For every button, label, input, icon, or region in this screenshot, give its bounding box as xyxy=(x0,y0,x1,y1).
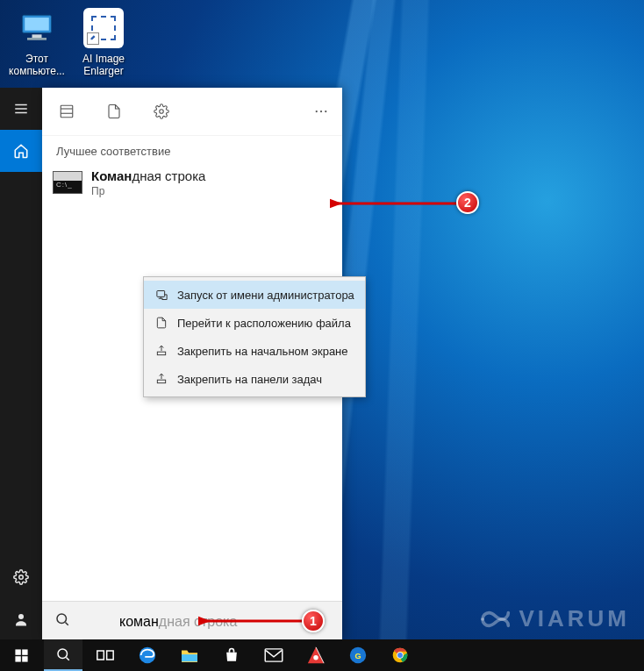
watermark: VIARUM xyxy=(473,605,630,632)
admin-icon xyxy=(154,289,168,302)
svg-rect-29 xyxy=(97,651,104,660)
svg-point-7 xyxy=(19,575,24,580)
home-button[interactable] xyxy=(0,130,42,172)
svg-point-15 xyxy=(325,111,326,112)
svg-rect-33 xyxy=(265,649,283,661)
taskbar: G xyxy=(0,639,644,671)
taskbar-store[interactable] xyxy=(212,639,251,671)
svg-line-28 xyxy=(66,657,68,660)
taskbar-explorer[interactable] xyxy=(170,639,209,671)
svg-point-12 xyxy=(160,110,164,114)
search-input[interactable] xyxy=(81,613,330,629)
taskbar-search-button[interactable] xyxy=(44,639,82,671)
annotation-badge-2: 2 xyxy=(456,191,479,214)
taskbar-chrome[interactable] xyxy=(381,639,419,671)
best-match-header: Лучшее соответствие xyxy=(42,136,342,165)
svg-line-20 xyxy=(65,622,68,625)
search-box[interactable]: командная строка xyxy=(42,601,342,640)
desktop: Этот компьюте... AI Image Enlarger xyxy=(0,0,644,671)
cmd-icon: C:\_ xyxy=(53,171,82,194)
svg-rect-18 xyxy=(157,380,165,383)
search-icon xyxy=(54,611,70,631)
location-icon xyxy=(154,317,168,329)
taskbar-app-a[interactable] xyxy=(297,639,335,671)
more-button[interactable] xyxy=(307,97,335,125)
ctx-open-location[interactable]: Перейти к расположению файла xyxy=(144,309,365,337)
infinity-icon xyxy=(473,607,512,632)
taskbar-edge[interactable] xyxy=(128,639,167,671)
search-panel: Лучшее соответствие C:\_ Командная строк… xyxy=(42,88,342,640)
ctx-pin-start[interactable]: Закрепить на начальном экране xyxy=(144,337,365,365)
pin-start-icon xyxy=(154,345,168,357)
ctx-label: Закрепить на панели задач xyxy=(177,373,322,386)
filter-documents-icon[interactable] xyxy=(100,97,128,125)
task-view-button[interactable] xyxy=(86,639,125,671)
svg-point-8 xyxy=(18,614,24,619)
svg-rect-32 xyxy=(182,654,197,661)
svg-text:G: G xyxy=(354,652,361,660)
pin-taskbar-icon xyxy=(154,373,168,385)
svg-rect-17 xyxy=(157,352,165,355)
svg-rect-24 xyxy=(22,649,27,654)
desktop-icon-label: Этот компьюте... xyxy=(4,53,70,77)
svg-rect-2 xyxy=(32,34,42,38)
svg-rect-30 xyxy=(107,651,114,660)
svg-rect-9 xyxy=(61,105,73,118)
annotation-badge-1: 1 xyxy=(302,610,325,632)
user-button[interactable] xyxy=(0,598,42,640)
svg-rect-16 xyxy=(156,290,164,296)
svg-point-13 xyxy=(316,111,318,112)
ctx-label: Закрепить на начальном экране xyxy=(177,345,348,358)
filter-tabs xyxy=(42,88,342,136)
svg-point-14 xyxy=(320,111,322,112)
settings-button[interactable] xyxy=(0,556,42,598)
ai-enlarger-icon xyxy=(82,7,125,49)
desktop-icon-label: AI Image Enlarger xyxy=(70,53,137,77)
desktop-icon-ai-enlarger[interactable]: AI Image Enlarger xyxy=(70,7,137,77)
taskbar-mail[interactable] xyxy=(254,639,293,671)
svg-rect-1 xyxy=(25,18,49,31)
ctx-label: Перейти к расположению файла xyxy=(177,317,351,330)
ctx-run-as-admin[interactable]: Запуск от имени администратора xyxy=(144,281,365,309)
result-text: Командная строка Пр xyxy=(91,168,205,197)
hamburger-button[interactable] xyxy=(0,88,42,130)
search-result-cmd[interactable]: C:\_ Командная строка Пр xyxy=(42,165,342,197)
this-pc-icon xyxy=(16,7,58,49)
svg-point-39 xyxy=(397,653,403,658)
start-sidebar xyxy=(0,88,42,640)
annotation-arrow-2 xyxy=(330,195,462,212)
svg-rect-23 xyxy=(15,649,20,654)
svg-rect-3 xyxy=(27,38,47,40)
ctx-label: Запуск от имени администратора xyxy=(177,289,354,302)
filter-apps-icon[interactable] xyxy=(53,97,81,125)
desktop-icon-this-pc[interactable]: Этот компьюте... xyxy=(4,7,70,77)
filter-settings-icon[interactable] xyxy=(147,97,175,125)
svg-point-19 xyxy=(57,614,67,624)
svg-point-34 xyxy=(313,655,318,660)
taskbar-app-b[interactable]: G xyxy=(339,639,377,671)
svg-rect-25 xyxy=(15,656,20,661)
ctx-pin-taskbar[interactable]: Закрепить на панели задач xyxy=(144,365,365,393)
svg-point-27 xyxy=(58,649,68,659)
start-button[interactable] xyxy=(2,639,40,671)
svg-rect-26 xyxy=(22,656,27,661)
context-menu: Запуск от имени администратора Перейти к… xyxy=(143,276,366,397)
